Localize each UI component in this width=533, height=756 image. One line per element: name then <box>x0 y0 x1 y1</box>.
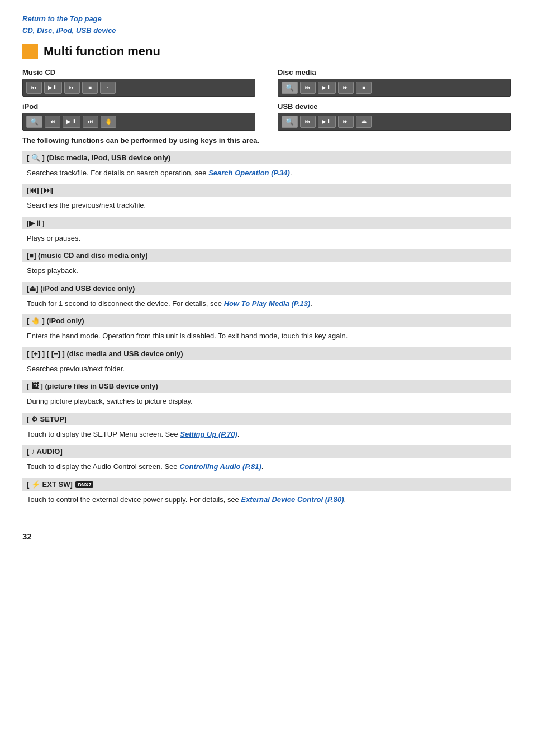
next-btn-disc[interactable]: ⏭ <box>338 82 354 94</box>
next-btn-usb[interactable]: ⏭ <box>338 116 354 128</box>
disc-media-label: Disc media <box>278 68 511 76</box>
ipod-label: iPod <box>22 102 255 111</box>
prevnext-desc: Searches the previous/next track/file. <box>22 198 511 216</box>
picture-heading: [ 🖼 ] (picture files in USB device only) <box>22 380 511 393</box>
prevnext-heading: [⏮] [⏭] <box>22 184 511 197</box>
audio-icon-inline: ♪ <box>31 447 35 456</box>
playpause-desc: Plays or pauses. <box>22 231 511 248</box>
playpause-section: [▶⏸] Plays or pauses. <box>22 217 511 248</box>
stop-section: [■] (music CD and disc media only) Stops… <box>22 249 511 281</box>
setting-up-link[interactable]: Setting Up (P.70) <box>180 430 237 438</box>
stop-btn-disc[interactable]: ■ <box>356 82 372 94</box>
setup-desc: Touch to display the SETUP Menu screen. … <box>22 427 511 444</box>
handmode-heading: [ 🤚 ] (iPod only) <box>22 314 511 327</box>
audio-desc: Touch to display the Audio Control scree… <box>22 459 511 477</box>
prev-btn-ipod[interactable]: ⏮ <box>45 116 60 128</box>
search-desc: Searches track/file. For details on sear… <box>22 165 511 183</box>
play-btn-disc[interactable]: ▶⏸ <box>318 82 336 94</box>
search-btn-ipod[interactable]: 🔍 <box>26 116 42 128</box>
eject-heading: [⏏] (iPod and USB device only) <box>22 282 511 295</box>
page-title-row: Multi function menu <box>22 44 511 59</box>
prevnext-section: [⏮] [⏭] Searches the previous/next track… <box>22 184 511 216</box>
usb-label: USB device <box>278 102 511 111</box>
page-number: 32 <box>22 532 511 541</box>
play-btn-usb[interactable]: ▶⏸ <box>318 116 336 128</box>
page-title: Multi function menu <box>44 44 160 59</box>
setup-heading: [ ⚙ SETUP] <box>22 413 511 425</box>
ipod-col: iPod 🔍 ⏮ ▶⏸ ⏭ 🤚 <box>22 102 255 131</box>
controlling-audio-link[interactable]: Controlling Audio (P.81) <box>179 462 261 471</box>
disc-media-col: Disc media 🔍 ⏮ ▶⏸ ⏭ ■ <box>278 68 511 97</box>
cd-disc-link[interactable]: CD, Disc, iPod, USB device <box>22 26 116 35</box>
dnx-badge: DNX7 <box>75 481 93 488</box>
prev-btn-disc[interactable]: ⏮ <box>300 82 316 94</box>
next-btn-cd[interactable]: ⏭ <box>64 82 80 94</box>
setup-icon-inline: ⚙ <box>31 415 38 423</box>
picture-section: [ 🖼 ] (picture files in USB device only)… <box>22 380 511 412</box>
play-btn-ipod[interactable]: ▶⏸ <box>63 116 80 128</box>
search-section: [ 🔍 ] (Disc media, iPod, USB device only… <box>22 151 511 183</box>
prev-btn-usb[interactable]: ⏮ <box>300 116 316 128</box>
eject-desc: Touch for 1 second to disconnect the dev… <box>22 296 511 314</box>
return-top-link[interactable]: Return to the Top page <box>22 15 102 23</box>
eject-btn-usb[interactable]: ⏏ <box>356 116 372 128</box>
media-section: Music CD ⏮ ▶⏸ ⏭ ■ · Disc media 🔍 ⏮ ▶⏸ ⏭ … <box>22 68 511 97</box>
search-btn-usb[interactable]: 🔍 <box>282 116 298 128</box>
prev-btn-cd[interactable]: ⏮ <box>26 82 42 94</box>
extsw-section: [ ⚡ EXT SW] DNX7 Touch to control the ex… <box>22 478 511 510</box>
hand-btn-ipod[interactable]: 🤚 <box>101 116 116 128</box>
audio-heading: [ ♪ AUDIO] <box>22 445 511 458</box>
dot-btn-cd[interactable]: · <box>100 82 116 94</box>
search-btn-disc[interactable]: 🔍 <box>282 82 298 94</box>
audio-section: [ ♪ AUDIO] Touch to display the Audio Co… <box>22 445 511 477</box>
folder-section: [ [+] ] [ [−] ] (disc media and USB devi… <box>22 347 511 379</box>
setup-section: [ ⚙ SETUP] Touch to display the SETUP Me… <box>22 413 511 444</box>
stop-heading: [■] (music CD and disc media only) <box>22 249 511 262</box>
folder-heading: [ [+] ] [ [−] ] (disc media and USB devi… <box>22 347 511 360</box>
music-cd-buttons: ⏮ ▶⏸ ⏭ ■ · <box>22 79 255 97</box>
search-op-link[interactable]: Search Operation (P.34) <box>208 169 290 177</box>
picture-icon-inline: 🖼 <box>31 382 39 390</box>
folder-desc: Searches previous/next folder. <box>22 361 511 379</box>
disc-media-buttons: 🔍 ⏮ ▶⏸ ⏭ ■ <box>278 79 511 97</box>
top-links: Return to the Top page CD, Disc, iPod, U… <box>22 13 511 37</box>
next-btn-ipod[interactable]: ⏭ <box>83 116 98 128</box>
playpause-heading: [▶⏸] <box>22 217 511 229</box>
eject-section: [⏏] (iPod and USB device only) Touch for… <box>22 282 511 314</box>
stop-btn-cd[interactable]: ■ <box>82 82 98 94</box>
play-btn-cd[interactable]: ▶⏸ <box>44 82 62 94</box>
extsw-desc: Touch to control the external device pow… <box>22 492 511 510</box>
hand-icon-inline: 🤚 <box>31 317 40 325</box>
music-cd-col: Music CD ⏮ ▶⏸ ⏭ ■ · <box>22 68 255 97</box>
handmode-section: [ 🤚 ] (iPod only) Enters the hand mode. … <box>22 314 511 346</box>
ext-device-link[interactable]: External Device Control (P.80) <box>241 495 344 504</box>
ext-icon-inline: ⚡ <box>31 480 40 489</box>
extsw-heading: [ ⚡ EXT SW] DNX7 <box>22 478 511 491</box>
how-to-play-link[interactable]: How To Play Media (P.13) <box>224 299 311 308</box>
ipod-buttons: 🔍 ⏮ ▶⏸ ⏭ 🤚 <box>22 113 255 131</box>
picture-desc: During picture playback, switches to pic… <box>22 394 511 412</box>
ipod-usb-section: iPod 🔍 ⏮ ▶⏸ ⏭ 🤚 USB device 🔍 ⏮ ▶⏸ ⏭ ⏏ <box>22 102 511 131</box>
music-cd-label: Music CD <box>22 68 255 76</box>
search-heading: [ 🔍 ] (Disc media, iPod, USB device only… <box>22 151 511 164</box>
usb-col: USB device 🔍 ⏮ ▶⏸ ⏭ ⏏ <box>278 102 511 131</box>
usb-buttons: 🔍 ⏮ ▶⏸ ⏭ ⏏ <box>278 113 511 131</box>
search-icon-inline: 🔍 <box>31 154 40 162</box>
title-icon <box>22 44 38 59</box>
stop-desc: Stops playback. <box>22 263 511 281</box>
handmode-desc: Enters the hand mode. Operation from thi… <box>22 328 511 346</box>
intro-line: The following functions can be performed… <box>22 136 511 145</box>
